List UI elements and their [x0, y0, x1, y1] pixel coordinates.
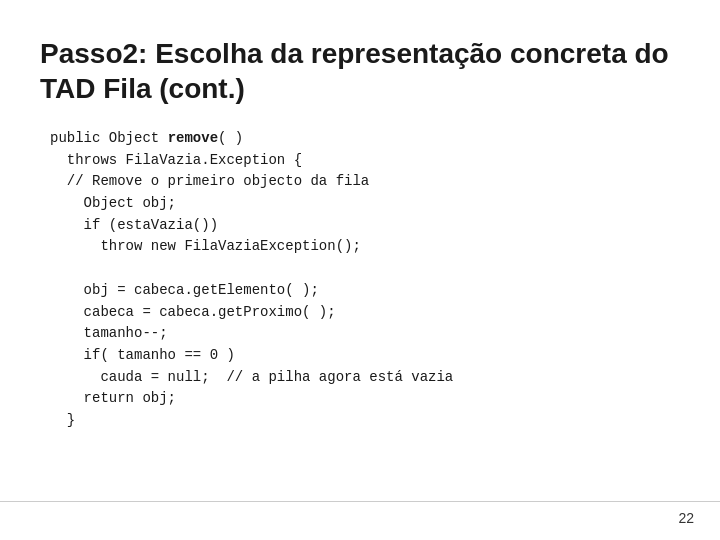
page-number: 22	[678, 510, 694, 526]
code-line-8: obj = cabeca.getElemento( );	[50, 282, 319, 298]
code-line-13: return obj;	[50, 390, 176, 406]
code-line-6: throw new FilaVaziaException();	[50, 238, 361, 254]
code-line-9: cabeca = cabeca.getProximo( );	[50, 304, 336, 320]
code-line-2: throws FilaVazia.Exception {	[50, 152, 302, 168]
code-line-4: Object obj;	[50, 195, 176, 211]
code-line-7	[50, 260, 58, 276]
code-line-10: tamanho--;	[50, 325, 168, 341]
code-line-1: public Object remove( )	[50, 130, 243, 146]
bottom-divider	[0, 501, 720, 502]
slide: Passo2: Escolha da representação concret…	[0, 0, 720, 540]
code-line-14: }	[50, 412, 75, 428]
slide-title: Passo2: Escolha da representação concret…	[40, 36, 680, 106]
code-block: public Object remove( ) throws FilaVazia…	[50, 128, 680, 432]
code-line-11: if( tamanho == 0 )	[50, 347, 235, 363]
code-line-3: // Remove o primeiro objecto da fila	[50, 173, 369, 189]
code-line-12: cauda = null; // a pilha agora está vazi…	[50, 369, 453, 385]
code-line-5: if (estaVazia())	[50, 217, 218, 233]
